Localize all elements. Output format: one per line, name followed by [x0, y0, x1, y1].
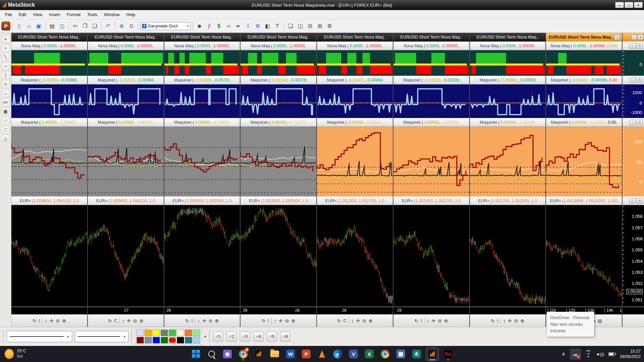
- periodicity-letter[interactable]: C: [343, 318, 346, 323]
- palette-swatch[interactable]: [153, 337, 160, 344]
- palette-swatch[interactable]: [185, 337, 192, 344]
- vertical-scale-icon[interactable]: ↕: [45, 318, 47, 323]
- child-close-button[interactable]: ✕: [638, 35, 643, 40]
- refresh-icon[interactable]: ↻: [414, 318, 418, 323]
- wifi-icon[interactable]: [585, 352, 591, 356]
- zoom-in-icon[interactable]: ⊕: [215, 318, 219, 323]
- price-chart-canvas[interactable]: [11, 205, 87, 307]
- calculator-button[interactable]: ▦: [394, 347, 407, 361]
- menu-format[interactable]: Format: [64, 11, 84, 18]
- child-minimize-button[interactable]: —: [614, 35, 620, 40]
- zoom-in-icon[interactable]: ⊕: [62, 318, 66, 323]
- ellipse-tool-icon[interactable]: ○: [2, 116, 10, 124]
- context-help-icon[interactable]: ?: [273, 21, 282, 31]
- periodicity-letter[interactable]: I: [268, 318, 269, 323]
- cycle-tool-icon[interactable]: ∿: [2, 80, 10, 88]
- nova-chart-canvas[interactable]: [317, 50, 393, 76]
- step-chart-canvas[interactable]: [470, 127, 546, 196]
- move-icon[interactable]: ✛: [279, 318, 283, 323]
- date-axis[interactable]: 26: [164, 307, 240, 314]
- chevron-down-icon[interactable]: ▾: [187, 24, 189, 28]
- chrome-profile-button[interactable]: [379, 347, 391, 361]
- palette-swatch[interactable]: [177, 329, 184, 336]
- refresh-icon[interactable]: ↻: [337, 318, 341, 323]
- menu-file[interactable]: File: [2, 11, 15, 18]
- excel-button[interactable]: X: [363, 347, 376, 361]
- metastock-button[interactable]: [253, 347, 265, 361]
- zoom-in-icon[interactable]: ⊕: [521, 318, 525, 323]
- nova-chart-canvas[interactable]: [470, 50, 546, 76]
- zoom-out-icon[interactable]: ⊖: [133, 318, 137, 323]
- step-chart-canvas[interactable]: [546, 127, 622, 196]
- toolbar-grip[interactable]: [131, 330, 132, 343]
- explorer-binoculars-icon[interactable]: ∞: [224, 21, 233, 31]
- periodicity-letter[interactable]: I: [421, 318, 422, 323]
- refresh-icon[interactable]: ↻: [33, 318, 37, 323]
- cut-icon[interactable]: ✂: [71, 21, 80, 31]
- step-chart-canvas[interactable]: [240, 127, 316, 196]
- refresh-icon[interactable]: ↻: [491, 318, 495, 323]
- grid-layout-icon[interactable]: ⊞: [315, 21, 324, 31]
- palette-swatch[interactable]: [193, 337, 200, 344]
- mechvibes-button[interactable]: ♔: [410, 347, 423, 361]
- onedrive-tray-icon[interactable]: ☁ ✕: [570, 349, 581, 360]
- column-title[interactable]: EURUSD Short Term Nova Maq..: [393, 33, 469, 42]
- triangle-tool-icon[interactable]: △: [2, 134, 10, 142]
- nova-chart-canvas[interactable]: [164, 50, 240, 76]
- palette-swatch[interactable]: [161, 337, 168, 344]
- paste-icon[interactable]: ❑: [90, 21, 99, 31]
- edge-button[interactable]: e: [331, 347, 344, 361]
- zoom-out-icon[interactable]: ⊖: [362, 318, 366, 323]
- zoom-out-icon[interactable]: ⊖: [209, 318, 213, 323]
- zoom-in-icon[interactable]: ⊕: [291, 318, 296, 323]
- date-axis[interactable]: 27: [88, 307, 164, 314]
- grid-tool-icon[interactable]: ▦: [2, 107, 10, 115]
- nova-chart-canvas[interactable]: [240, 50, 316, 76]
- periodicity-letter[interactable]: I: [192, 318, 193, 323]
- layout-button-2[interactable]: ↗2: [226, 331, 236, 342]
- column-title[interactable]: EURUSD Short Term Nova Maq..: [88, 33, 164, 42]
- print-preview-icon[interactable]: ◫: [57, 21, 66, 31]
- move-icon[interactable]: ✛: [202, 318, 206, 323]
- toolbar-grip[interactable]: [3, 330, 4, 343]
- price-chart-canvas[interactable]: [546, 205, 622, 307]
- nova-chart-canvas[interactable]: [11, 50, 87, 76]
- tile-windows-icon[interactable]: ◫: [296, 21, 305, 31]
- step-chart-canvas[interactable]: [164, 127, 240, 196]
- nova-chart-canvas[interactable]: [88, 50, 164, 76]
- pro-app-button[interactable]: Pro: [442, 347, 454, 361]
- price-chart-canvas[interactable]: [470, 205, 546, 307]
- horizontal-line-icon[interactable]: ─: [2, 62, 10, 70]
- price-chart-canvas[interactable]: [240, 205, 316, 307]
- menu-tools[interactable]: Tools: [84, 11, 100, 18]
- file-explorer-button[interactable]: [268, 347, 281, 361]
- layout-button-5[interactable]: ↗5: [267, 331, 277, 342]
- price-axis[interactable]: 1.058 1.057 1.056 1.055 1.054 1.053 1.05…: [623, 205, 644, 307]
- weather-widget[interactable]: 25°C Sol: [5, 349, 26, 359]
- move-icon[interactable]: ✛: [127, 318, 131, 323]
- palette-swatch[interactable]: [137, 337, 144, 344]
- palette-swatch[interactable]: [161, 329, 168, 336]
- pane-close-button[interactable]: ✕: [637, 120, 643, 125]
- column-title[interactable]: EURUSD Short Term Nova Maq..: [317, 33, 393, 42]
- zoom-in-icon[interactable]: ⊕: [140, 318, 144, 323]
- palette-swatch[interactable]: [177, 337, 184, 344]
- refresh-icon[interactable]: ↻: [262, 318, 266, 323]
- open-icon[interactable]: ▱: [24, 21, 34, 31]
- print-icon[interactable]: ▤: [48, 21, 57, 31]
- date-axis[interactable]: 28: [393, 307, 469, 314]
- step-chart-canvas[interactable]: [393, 127, 469, 196]
- zoom-out-icon[interactable]: ⊖: [438, 318, 442, 323]
- trendline-icon[interactable]: ╲: [2, 53, 10, 61]
- rectangle-tool-icon[interactable]: □: [2, 125, 10, 133]
- start-button[interactable]: [190, 347, 202, 361]
- palette-swatch[interactable]: [185, 329, 192, 336]
- chrome-button[interactable]: N: [237, 347, 250, 361]
- crosshair-icon[interactable]: ⊕: [117, 21, 126, 31]
- pane-restore-button[interactable]: □: [629, 198, 636, 203]
- zoom-out-icon[interactable]: ⊖: [285, 318, 289, 323]
- zoom-in-icon[interactable]: ⊕: [369, 318, 373, 323]
- oscillator-chart-canvas[interactable]: [88, 84, 164, 118]
- date-axis[interactable]: 2628: [240, 307, 316, 314]
- column-title[interactable]: EURUSD Short Term Nova Maq..: [240, 33, 316, 42]
